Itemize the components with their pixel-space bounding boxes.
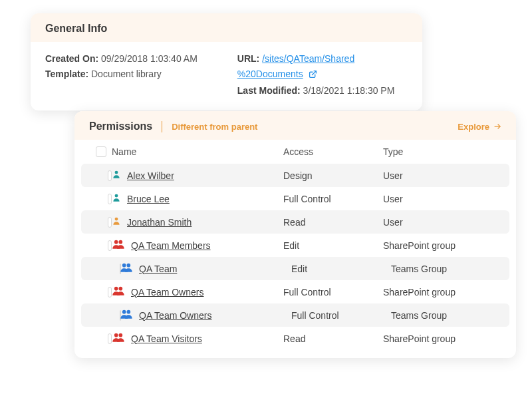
svg-point-11 [122, 310, 126, 314]
general-info-header: General Info [31, 13, 422, 42]
svg-point-13 [114, 333, 118, 337]
svg-point-2 [115, 171, 118, 174]
general-info-body: Created On: 09/29/2018 1:03:40 AM Templa… [31, 42, 422, 110]
permissions-card: Permissions Different from parent Explor… [74, 111, 516, 358]
svg-point-3 [115, 194, 118, 198]
type-value: SharePoint group [383, 287, 501, 297]
table-row: Alex WilberDesignUser [81, 164, 509, 187]
explore-button[interactable]: Explore [458, 122, 501, 132]
type-value: SharePoint group [383, 333, 501, 344]
created-on-label: Created On: [45, 53, 98, 64]
created-on-value: 09/29/2018 1:03:40 AM [101, 53, 198, 64]
svg-point-7 [122, 264, 126, 268]
group-icon [120, 309, 133, 321]
svg-point-4 [115, 218, 118, 221]
table-row: QA Team OwnersFull ControlSharePoint gro… [81, 280, 509, 303]
explore-label: Explore [458, 122, 489, 132]
header-divider [162, 121, 162, 132]
type-value: User [383, 170, 501, 181]
table-row: QA Team OwnersFull ControlTeams Group [81, 303, 509, 327]
type-value: User [383, 217, 501, 228]
table-row: QA Team MembersEditSharePoint group [81, 234, 509, 257]
access-value: Full Control [283, 287, 383, 297]
svg-point-8 [127, 264, 131, 268]
type-value: Teams Group [391, 264, 501, 274]
general-info-title: General Info [45, 23, 408, 35]
different-from-parent-label: Different from parent [172, 122, 257, 132]
access-value: Edit [283, 240, 383, 251]
type-value: Teams Group [391, 310, 501, 321]
column-access: Access [283, 146, 383, 157]
user-icon [112, 169, 121, 182]
svg-line-0 [312, 71, 316, 75]
access-value: Full Control [283, 194, 383, 204]
permissions-title: Permissions [89, 120, 152, 132]
type-value: User [383, 194, 501, 204]
access-value: Full Control [291, 310, 391, 321]
principal-name-link[interactable]: QA Team [139, 264, 177, 274]
group-icon [120, 262, 133, 275]
type-value: SharePoint group [383, 240, 501, 251]
arrow-right-icon [493, 122, 501, 130]
svg-point-12 [127, 310, 131, 314]
group-icon [112, 239, 125, 252]
access-value: Edit [291, 264, 391, 274]
table-row: QA Team VisitorsReadSharePoint group [81, 327, 509, 350]
external-link-icon[interactable] [309, 68, 317, 83]
principal-name-link[interactable]: QA Team Visitors [131, 333, 202, 344]
principal-name-link[interactable]: Bruce Lee [127, 194, 170, 204]
svg-point-10 [119, 287, 123, 291]
user-icon [112, 216, 121, 228]
principal-name-link[interactable]: Alex Wilber [127, 170, 174, 181]
principal-name-link[interactable]: QA Team Owners [139, 310, 211, 321]
permissions-header: Permissions Different from parent Explor… [74, 111, 516, 140]
svg-point-9 [114, 287, 118, 291]
svg-point-5 [114, 240, 118, 244]
table-body: Alex WilberDesignUserBruce LeeFull Contr… [81, 164, 509, 350]
last-modified-label: Last Modified: [237, 85, 301, 96]
url-link-line2[interactable]: %20Documents [237, 69, 303, 79]
last-modified-value: 3/18/2021 1:18:30 PM [303, 85, 395, 96]
table-row: Bruce LeeFull ControlUser [81, 187, 509, 210]
select-all-checkbox[interactable] [96, 146, 106, 157]
group-icon [112, 286, 125, 298]
principal-name-link[interactable]: QA Team Owners [131, 287, 203, 297]
principal-name-link[interactable]: Jonathan Smith [127, 217, 192, 228]
principal-name-link[interactable]: QA Team Members [131, 240, 211, 251]
template-value: Document library [91, 69, 162, 79]
svg-point-6 [119, 240, 123, 244]
general-col-right: URL: /sites/QATeam/Shared %20Documents L… [237, 51, 395, 98]
general-info-card: General Info Created On: 09/29/2018 1:03… [31, 13, 422, 110]
table-header: Name Access Type [81, 140, 509, 164]
svg-point-14 [119, 333, 123, 337]
column-name: Name [112, 146, 283, 157]
access-value: Design [283, 170, 383, 181]
table-row: Jonathan SmithReadUser [81, 210, 509, 234]
general-col-left: Created On: 09/29/2018 1:03:40 AM Templa… [45, 51, 198, 98]
column-type: Type [383, 146, 501, 157]
user-icon [112, 192, 121, 205]
access-value: Read [283, 217, 383, 228]
permissions-body: Name Access Type Alex WilberDesignUserBr… [74, 140, 516, 358]
template-label: Template: [45, 69, 88, 79]
table-row: QA TeamEditTeams Group [81, 257, 509, 280]
access-value: Read [283, 333, 383, 344]
group-icon [112, 332, 125, 345]
url-label: URL: [237, 53, 259, 64]
url-link-line1[interactable]: /sites/QATeam/Shared [262, 53, 354, 64]
